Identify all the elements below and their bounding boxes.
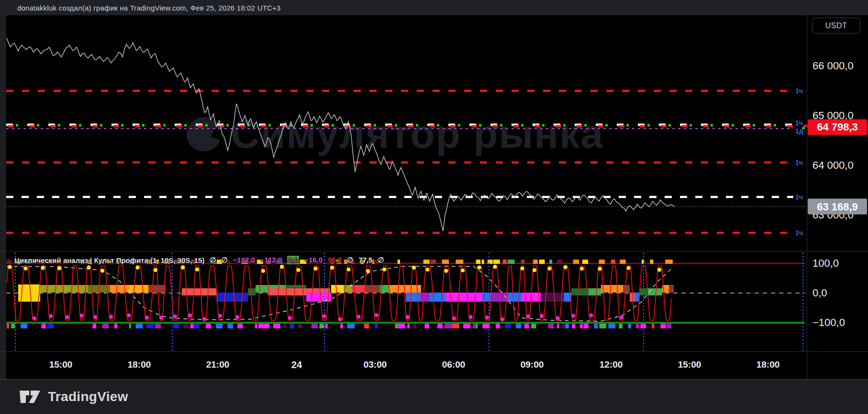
indicator-value: −16,0 bbox=[304, 256, 323, 264]
ribbon-segment bbox=[398, 260, 400, 264]
indicator-legend[interactable]: Циклический анализ | Культ Профита (1, 1… bbox=[14, 256, 384, 264]
cycle-peak-dot bbox=[313, 267, 317, 271]
heatmap-segment bbox=[216, 293, 248, 302]
cycle-trough-dot bbox=[288, 316, 291, 320]
signal-strip-segment bbox=[146, 324, 154, 328]
signal-strip-segment bbox=[652, 324, 654, 328]
signal-strip-segment bbox=[347, 324, 355, 328]
cycle-peak-dot bbox=[23, 266, 27, 270]
cycle-trough-dot bbox=[405, 315, 409, 319]
heatmap-segment bbox=[110, 285, 129, 293]
cycle-peak-dot bbox=[580, 267, 584, 271]
cycle-peak-dot bbox=[8, 265, 11, 269]
signal-strip-segment bbox=[599, 324, 606, 328]
ribbon-segment bbox=[620, 260, 625, 264]
ribbon-segment bbox=[539, 260, 545, 264]
cycle-peak-dot bbox=[41, 266, 45, 270]
signal-strip-segment bbox=[562, 324, 566, 328]
cycle-trough-dot bbox=[173, 315, 177, 318]
cycle-trough-dot bbox=[93, 315, 97, 319]
cycle-trough-dot bbox=[109, 315, 113, 318]
ribbon-segment bbox=[7, 260, 11, 264]
time-axis-label: 15:00 bbox=[678, 360, 701, 370]
signal-strip-segment bbox=[628, 324, 631, 328]
time-axis-label: 18:00 bbox=[128, 360, 151, 370]
heatmap-segment bbox=[148, 285, 166, 293]
signal-strip-segment bbox=[516, 324, 521, 328]
signal-strip-segment bbox=[228, 324, 233, 328]
ribbon-segment bbox=[557, 260, 562, 264]
level-timeframe-tag: 1д bbox=[795, 127, 803, 135]
signal-strip-segment bbox=[395, 324, 398, 328]
cycle-peak-dot bbox=[195, 267, 199, 271]
cycle-peak-dot bbox=[154, 268, 157, 272]
signal-strip-segment bbox=[505, 324, 511, 328]
alert-price-badge: 64 798,3 bbox=[808, 119, 867, 135]
signal-strip-segment bbox=[636, 324, 639, 328]
indicator-value: −112,0 bbox=[260, 256, 282, 264]
ribbon-segment bbox=[573, 260, 579, 264]
signal-strip-segment bbox=[7, 324, 9, 328]
cycle-peak-dot bbox=[547, 266, 551, 270]
ribbon-segment bbox=[482, 260, 484, 264]
time-axis-label: 06:00 bbox=[442, 360, 466, 370]
level-timeframe-tag: 1ч bbox=[795, 119, 803, 127]
signal-strip-segment bbox=[437, 324, 443, 328]
signal-strip-segment bbox=[140, 324, 143, 328]
cycle-peak-dot bbox=[57, 266, 61, 270]
signal-strip-segment bbox=[47, 324, 54, 328]
time-axis[interactable]: 15:0018:0021:002403:0006:0009:0012:0015:… bbox=[0, 352, 807, 379]
heatmap-segment bbox=[248, 288, 256, 295]
ribbon-segment bbox=[665, 260, 673, 264]
heatmap-segment bbox=[430, 293, 445, 302]
cycle-peak-dot bbox=[598, 267, 601, 271]
signal-strip-segment bbox=[594, 324, 598, 328]
signal-strip-segment bbox=[319, 324, 324, 328]
cycle-trough-dot bbox=[540, 314, 544, 318]
indicator-scale-tick: −100,0 bbox=[812, 316, 845, 329]
signal-strip-segment bbox=[92, 324, 96, 328]
signal-strip-segment bbox=[413, 324, 416, 328]
cycle-peak-dot bbox=[444, 269, 448, 272]
tradingview-link[interactable]: TradingView bbox=[19, 389, 128, 405]
heatmap-segment bbox=[331, 285, 344, 293]
last-price-badge: 63 168,9 bbox=[808, 199, 867, 215]
heatmap-segment bbox=[40, 285, 68, 293]
signal-strip-segment bbox=[660, 324, 666, 328]
signal-strip-segment bbox=[407, 324, 410, 328]
signal-strip-segment bbox=[531, 324, 536, 328]
cycle-trough-dot bbox=[188, 314, 192, 317]
price-scale-tick: 64 000,0 bbox=[812, 159, 854, 172]
time-axis-label: 12:00 bbox=[600, 360, 623, 370]
ribbon-segment bbox=[582, 260, 588, 264]
heatmap-segment bbox=[623, 285, 630, 293]
signal-strip-segment bbox=[11, 324, 15, 328]
signal-strip-segment bbox=[258, 324, 263, 328]
currency-badge[interactable]: USDT bbox=[812, 18, 860, 33]
cycle-trough-dot bbox=[218, 314, 222, 317]
pane-separator[interactable] bbox=[0, 251, 868, 251]
signal-strip-segment bbox=[548, 324, 554, 328]
cycle-peak-dot bbox=[181, 265, 185, 269]
indicator-value: 8,0 bbox=[287, 256, 299, 264]
price-scale[interactable]: 66 000,065 000,064 000,063 000,0100,00,0… bbox=[807, 15, 868, 380]
cycle-peak-dot bbox=[87, 265, 90, 269]
price-scale-tick: 66 000,0 bbox=[812, 60, 854, 72]
cycle-peak-dot bbox=[280, 265, 284, 269]
signal-strip-segment bbox=[312, 324, 318, 328]
chart-left-margin bbox=[0, 15, 6, 380]
signal-strip-segment bbox=[619, 324, 623, 328]
cycle-peak-dot bbox=[412, 266, 416, 270]
level-timeframe-tag: 1ч bbox=[795, 87, 803, 95]
heatmap-segment bbox=[571, 288, 589, 295]
cycle-trough-dot bbox=[322, 314, 326, 318]
signal-strip-segment bbox=[183, 324, 189, 328]
cycle-trough-dot bbox=[500, 317, 504, 321]
heatmap-segment bbox=[420, 293, 430, 302]
signal-strip-segment bbox=[284, 324, 286, 328]
cycle-peak-dot bbox=[461, 268, 465, 272]
signal-strip-segment bbox=[102, 324, 109, 328]
cycle-trough-dot bbox=[619, 316, 623, 319]
snapshot-header-bar: donatakkluk создал(а) график на TradingV… bbox=[0, 0, 868, 15]
indicator-value: ∅ bbox=[378, 256, 384, 264]
